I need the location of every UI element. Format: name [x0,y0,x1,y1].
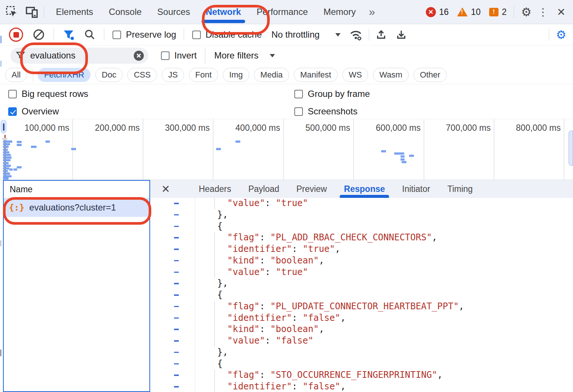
tab-memory[interactable]: Memory [316,0,364,24]
chip-doc[interactable]: Doc [95,68,123,82]
code-text: "kind": "boolean", [227,324,324,334]
code-text: "identifier": "false", [227,313,346,323]
timeline-gridline [213,119,213,180]
line-marker-icon [174,260,179,262]
close-devtools-icon[interactable]: ✕ [555,6,571,18]
chip-all[interactable]: All [5,68,27,82]
line-marker-icon [174,272,179,273]
filter-toggle-button[interactable] [62,28,75,41]
import-har-button[interactable] [375,29,387,41]
timeline-tick-label: 700,000 ms [431,123,491,133]
name-column-label: Name [10,184,32,195]
timeline-tick-label: 400,000 ms [221,123,280,133]
detail-tab-payload[interactable]: Payload [240,180,288,198]
warnings-icon[interactable]: ! [457,7,468,16]
overview-checkbox[interactable] [8,107,17,116]
tab-elements[interactable]: Elements [48,0,101,24]
preserve-log-checkbox[interactable] [113,31,121,39]
filter-row: evaluations Invert More filters [0,45,573,66]
filter-input-value[interactable]: evaluations [30,50,134,61]
errors-count[interactable]: 16 [439,7,449,17]
chip-ws[interactable]: WS [342,68,368,82]
request-timing-bar [17,144,22,146]
chip-manifest[interactable]: Manifest [294,68,338,82]
chip-other[interactable]: Other [414,68,447,82]
warnings-count[interactable]: 10 [471,7,481,17]
tab-sources[interactable]: Sources [149,0,198,24]
search-button[interactable] [84,29,96,41]
detail-tab-initiator[interactable]: Initiator [393,180,439,198]
disable-cache-checkbox[interactable] [192,31,201,39]
request-timing-bar [45,140,50,143]
tab-console[interactable]: Console [101,0,149,24]
record-network-log-button[interactable] [9,28,23,42]
timeline-tick-label: 200,000 ms [80,123,140,133]
network-settings-gear-icon[interactable]: ⚙ [553,28,573,42]
request-timing-bar [3,157,12,159]
main-tabs: ElementsConsoleSourcesNetworkPerformance… [48,0,364,24]
overview-label: Overview [22,106,59,117]
chip-css[interactable]: CSS [127,68,157,82]
detail-tab-preview[interactable]: Preview [288,180,336,198]
line-marker-icon [174,329,179,330]
chip-fetchxhr[interactable]: Fetch/XHR [38,68,91,82]
indent-guide [214,335,215,347]
big-request-rows-checkbox[interactable] [8,90,17,98]
invert-option: Invert [161,50,197,61]
close-details-icon[interactable]: ✕ [150,183,179,195]
detail-tab-response[interactable]: Response [335,180,393,198]
screenshots-checkbox[interactable] [294,107,303,116]
tab-performance[interactable]: Performance [249,0,316,24]
more-filters-button[interactable]: More filters [214,50,275,61]
kebab-menu-icon[interactable]: ⋮ [535,6,551,18]
clear-network-log-button[interactable] [33,29,45,41]
settings-gear-icon[interactable]: ⚙ [521,5,532,19]
filter-funnel-icon [62,28,75,41]
request-timing-bar [3,177,9,180]
chip-font[interactable]: Font [189,68,218,82]
issues-count[interactable]: 2 [502,7,507,17]
filter-input[interactable]: evaluations [10,48,148,64]
request-timing-bar [3,165,11,167]
throttling-select[interactable]: No throttling [271,29,340,40]
inspect-element-button[interactable] [4,4,20,20]
errors-icon[interactable]: ✕ [426,7,436,17]
request-timing-bar [402,161,406,163]
device-toolbar-button[interactable] [24,4,40,20]
timeline-gridline [424,119,424,180]
divider [369,29,369,41]
screenshots-label: Screenshots [308,106,357,117]
chip-img[interactable]: Img [223,68,249,82]
network-overview-timeline[interactable]: 100,000 ms200,000 ms300,000 ms400,000 ms… [0,119,573,180]
chip-js[interactable]: JS [162,68,184,82]
line-marker-icon [174,249,179,250]
name-column-header[interactable]: Name [4,181,149,198]
chip-media[interactable]: Media [254,68,289,82]
detail-tab-timing[interactable]: Timing [439,180,481,198]
group-by-frame-checkbox[interactable] [294,90,303,98]
tab-network[interactable]: Network [198,0,249,24]
request-timing-bar [17,141,22,143]
screenshots-option: Screenshots [294,106,357,117]
issues-icon[interactable]: ! [489,8,498,16]
detail-tab-headers[interactable]: Headers [190,180,240,198]
line-marker-icon [174,226,179,227]
clear-icon [33,29,45,41]
request-timing-bar [3,140,12,143]
timeline-tick-label: 300,000 ms [150,123,210,133]
request-timing-bar [235,140,240,143]
response-viewer[interactable]: "value": "true"},{"flag": "PL_ADD_RBAC_C… [150,198,573,392]
chip-wasm[interactable]: Wasm [373,68,409,82]
clear-filter-icon[interactable] [134,51,144,61]
invert-checkbox[interactable] [161,51,170,60]
network-conditions-button[interactable] [349,28,363,41]
overview-right-handle[interactable] [569,130,573,166]
request-row[interactable]: {:}evaluations?cluster=1 [4,198,149,217]
divider [104,29,104,41]
divider [549,29,549,41]
invert-label: Invert [174,50,197,61]
export-har-button[interactable] [395,29,407,41]
more-tabs-button[interactable]: » [364,6,380,18]
timeline-gridline [283,119,284,180]
overview-left-handle[interactable] [1,120,6,133]
